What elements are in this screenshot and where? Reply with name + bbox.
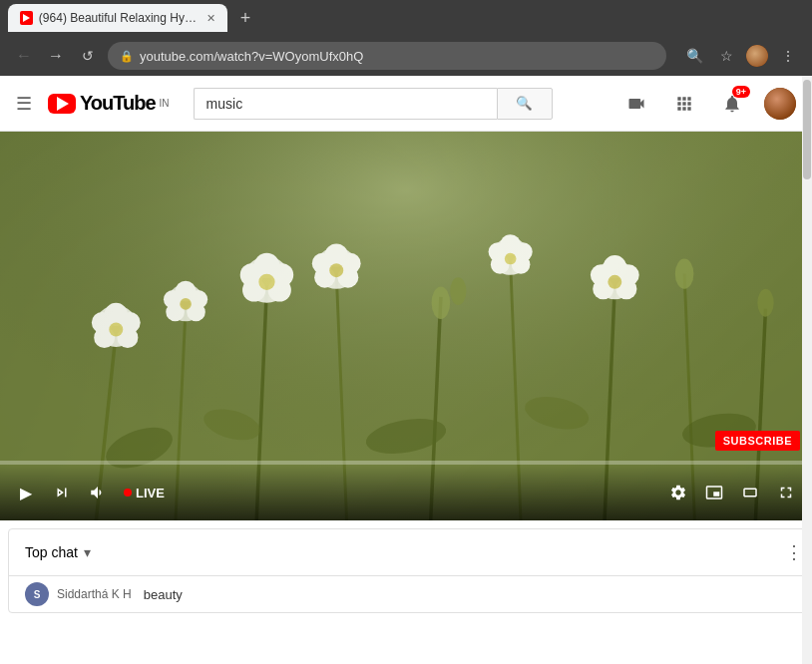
tab-title: (964) Beautiful Relaxing Hymns,	[39, 11, 197, 25]
mute-button[interactable]	[84, 479, 112, 506]
youtube-logo-icon	[48, 94, 76, 114]
tab-bar: (964) Beautiful Relaxing Hymns, ✕ +	[0, 0, 812, 36]
live-label: LIVE	[136, 486, 165, 500]
theater-icon	[741, 484, 759, 501]
new-tab-button[interactable]: +	[231, 4, 259, 32]
main-content: SUBSCRIBE ▶ LIVE	[0, 132, 812, 664]
search-bar: 🔍	[194, 88, 553, 120]
play-button[interactable]: ▶	[12, 479, 40, 506]
miniplayer-icon	[705, 484, 723, 501]
settings-button[interactable]	[664, 479, 692, 506]
address-bar: ← → ↺ 🔒 youtube.com/watch?v=WOyomUfx0hQ …	[0, 36, 812, 76]
chat-message: S Siddarthá K H beauty	[9, 576, 812, 612]
svg-point-58	[432, 286, 451, 319]
video-controls: ▶ LIVE	[0, 465, 812, 520]
tab-close-button[interactable]: ✕	[206, 12, 215, 25]
back-button[interactable]: ←	[12, 44, 36, 68]
video-player[interactable]: SUBSCRIBE ▶ LIVE	[0, 132, 812, 520]
live-dot	[124, 489, 132, 497]
next-button[interactable]	[48, 479, 76, 506]
url-bar[interactable]: 🔒 youtube.com/watch?v=WOyomUfx0hQ	[108, 42, 666, 70]
fullscreen-button[interactable]	[772, 479, 800, 506]
search-submit-button[interactable]: 🔍	[497, 88, 553, 120]
live-badge: LIVE	[124, 486, 165, 500]
youtube-logo-text: YouTube	[80, 92, 156, 115]
settings-icon	[669, 484, 687, 501]
chat-section: Top chat ▾ ⋮ S Siddarthá K H beauty	[8, 528, 812, 613]
bookmark-button[interactable]: ☆	[714, 44, 738, 68]
chat-header: Top chat ▾ ⋮	[9, 529, 812, 576]
active-tab[interactable]: (964) Beautiful Relaxing Hymns, ✕	[8, 4, 227, 32]
apps-grid-icon	[674, 94, 694, 114]
url-text: youtube.com/watch?v=WOyomUfx0hQ	[140, 49, 654, 64]
miniplayer-button[interactable]	[700, 479, 728, 506]
notifications-button[interactable]: 9+	[716, 88, 748, 120]
chat-dropdown-button[interactable]: ▾	[84, 544, 91, 560]
header-actions: 9+	[620, 88, 796, 120]
chat-message-text: beauty	[144, 587, 183, 602]
hamburger-menu[interactable]: ☰	[16, 93, 32, 115]
reload-button[interactable]: ↺	[76, 44, 100, 68]
scrollbar-thumb[interactable]	[803, 80, 811, 179]
search-browser-button[interactable]: 🔍	[682, 44, 706, 68]
upload-video-button[interactable]	[620, 88, 652, 120]
theater-mode-button[interactable]	[736, 479, 764, 506]
svg-point-59	[450, 277, 466, 305]
youtube-logo[interactable]: YouTube IN	[48, 92, 170, 115]
svg-point-24	[180, 298, 192, 310]
svg-point-52	[608, 275, 621, 289]
svg-point-17	[109, 323, 123, 337]
browser-more-button[interactable]: ⋮	[776, 44, 800, 68]
chat-more-button[interactable]: ⋮	[785, 541, 803, 563]
svg-point-38	[329, 263, 343, 277]
skip-next-icon	[53, 484, 71, 501]
chat-username: Siddarthá K H	[57, 587, 132, 601]
scrollbar[interactable]	[802, 76, 812, 664]
search-icon: 🔍	[516, 96, 533, 111]
svg-point-45	[505, 253, 517, 265]
search-input[interactable]	[194, 88, 497, 120]
chat-user-avatar: S	[25, 582, 49, 606]
video-camera-icon	[626, 94, 646, 114]
svg-point-31	[258, 274, 274, 290]
right-controls	[664, 479, 800, 506]
notification-badge: 9+	[732, 86, 750, 98]
youtube-header: ☰ YouTube IN 🔍 9+	[0, 76, 812, 132]
fullscreen-icon	[777, 484, 795, 501]
svg-point-60	[675, 259, 694, 289]
user-avatar[interactable]	[764, 88, 796, 120]
tab-favicon	[20, 11, 33, 25]
subscribe-button[interactable]: SUBSCRIBE	[715, 431, 800, 451]
top-chat-label: Top chat	[25, 544, 78, 560]
browser-avatar[interactable]	[746, 45, 768, 67]
forward-button[interactable]: →	[44, 44, 68, 68]
chat-title: Top chat ▾	[25, 544, 91, 560]
apps-grid-button[interactable]	[668, 88, 700, 120]
youtube-play-triangle	[57, 97, 69, 111]
youtube-region: IN	[160, 98, 170, 109]
svg-point-61	[757, 289, 773, 317]
volume-icon	[89, 484, 107, 501]
browser-actions: 🔍 ☆ ⋮	[682, 44, 800, 68]
lock-icon: 🔒	[120, 50, 134, 63]
video-area: SUBSCRIBE ▶ LIVE	[0, 132, 812, 664]
